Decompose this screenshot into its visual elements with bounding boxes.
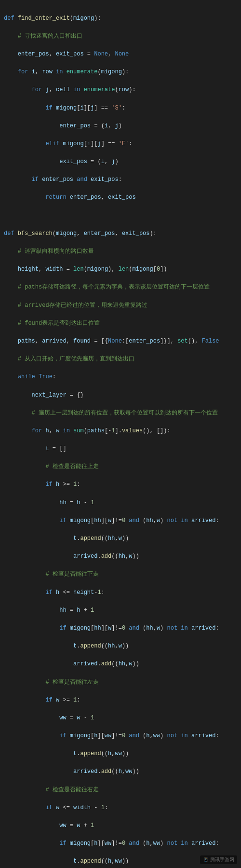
line-12 — [4, 211, 237, 220]
line-6: if migong[i][j] == 'S': — [4, 104, 237, 113]
line-23: # 遍历上一层到达的所有位置，获取每个位置可以到达的所有下一个位置 — [4, 409, 237, 418]
code-block: def find_enter_exit(migong): # 寻找迷宫的入口和出… — [0, 0, 241, 868]
line-42: t.append((h,ww)) — [4, 749, 237, 758]
line-24: for h, w in sum(paths[-1].values(), []): — [4, 427, 237, 436]
line-13: def bfs_search(migong, enter_pos, exit_p… — [4, 229, 237, 238]
watermark-text: 腾讯手游网 — [210, 857, 234, 862]
line-17: # arrived存储已经过的位置，用来避免重复路过 — [4, 301, 237, 310]
line-14: # 迷宫纵向和横向的路口数量 — [4, 247, 237, 256]
line-36: t.append((hh,w)) — [4, 642, 237, 651]
line-25: t = [] — [4, 444, 237, 454]
line-16: # paths存储可达路径，每个元素为字典，表示该层位置可达的下一层位置 — [4, 283, 237, 292]
line-40: ww = w - 1 — [4, 714, 237, 723]
line-45: if w <= width - 1: — [4, 803, 237, 813]
line-46: ww = w + 1 — [4, 821, 237, 830]
line-10: if enter_pos and exit_pos: — [4, 175, 237, 184]
line-26: # 检查是否能往上走 — [4, 462, 237, 471]
line-8: elif migong[i][j] == 'E': — [4, 139, 237, 149]
line-11: return enter_pos, exit_pos — [4, 193, 237, 202]
line-9: exit_pos = (i, j) — [4, 157, 237, 166]
line-20: # 从入口开始，广度优先遍历，直到到达出口 — [4, 355, 237, 364]
line-27: if h >= 1: — [4, 480, 237, 489]
line-33: if h <= height-1: — [4, 588, 237, 597]
line-2: # 寻找迷宫的入口和出口 — [4, 32, 237, 41]
watermark-badge: 📱 腾讯手游网 — [200, 855, 237, 864]
line-5: for j, cell in enumerate(row): — [4, 85, 237, 95]
line-22: next_layer = {} — [4, 391, 237, 400]
line-38: # 检查是否能往左走 — [4, 678, 237, 687]
line-35: if migong[hh][w]!=0 and (hh,w) not in ar… — [4, 624, 237, 633]
watermark-icon: 📱 — [203, 857, 209, 862]
line-3: enter_pos, exit_pos = None, None — [4, 50, 237, 59]
line-41: if migong[h][ww]!=0 and (h,ww) not in ar… — [4, 731, 237, 741]
line-43: arrived.add((h,ww)) — [4, 767, 237, 776]
line-37: arrived.add((hh,w)) — [4, 660, 237, 669]
line-7: enter_pos = (i, j) — [4, 122, 237, 131]
line-18: # found表示是否到达出口位置 — [4, 319, 237, 328]
line-44: # 检查是否能往右走 — [4, 785, 237, 795]
line-39: if w >= 1: — [4, 696, 237, 705]
line-1: def find_enter_exit(migong): — [4, 14, 237, 23]
line-4: for i, row in enumerate(migong): — [4, 68, 237, 77]
line-34: hh = h + 1 — [4, 606, 237, 615]
line-15: height, width = len(migong), len(migong[… — [4, 265, 237, 274]
line-21: while True: — [4, 372, 237, 382]
line-28: hh = h - 1 — [4, 498, 237, 508]
line-29: if migong[hh][w]!=0 and (hh,w) not in ar… — [4, 516, 237, 525]
line-19: paths, arrived, found = [{None:[enter_po… — [4, 337, 237, 346]
line-47: if migong[h][ww]!=0 and (h,ww) not in ar… — [4, 839, 237, 848]
line-31: arrived.add((hh,w)) — [4, 552, 237, 561]
line-30: t.append((hh,w)) — [4, 534, 237, 543]
line-32: # 检查是否能往下走 — [4, 570, 237, 579]
